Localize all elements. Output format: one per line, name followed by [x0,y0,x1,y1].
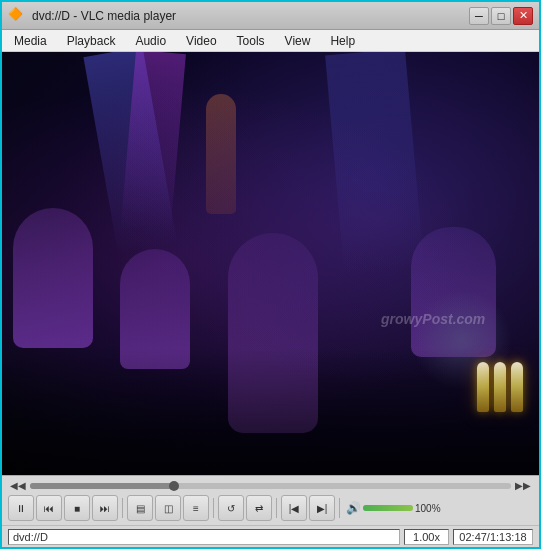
separator-3 [276,498,277,518]
stop-button[interactable]: ■ [64,495,90,521]
volume-area: 🔊 100% [346,501,441,515]
loop-icon: ↺ [227,503,235,514]
menu-audio[interactable]: Audio [127,32,174,50]
random-button[interactable]: ⇄ [246,495,272,521]
next-media-icon: ▶| [317,503,328,514]
close-button[interactable]: ✕ [513,7,533,25]
volume-icon: 🔊 [346,501,361,515]
status-speed: 1.00x [404,529,449,545]
floor-overlay [2,348,539,475]
seek-bar-fill [30,483,174,489]
menu-tools[interactable]: Tools [229,32,273,50]
title-bar-left: 🔶 dvd://D - VLC media player [8,7,176,25]
menu-bar: Media Playback Audio Video Tools View He… [2,30,539,52]
volume-bar[interactable] [363,505,413,511]
seek-bar-handle[interactable] [169,481,179,491]
title-bar: 🔶 dvd://D - VLC media player ─ □ ✕ [2,2,539,30]
volume-fill [363,505,413,511]
status-bar: dvd://D 1.00x 02:47/1:13:18 [2,525,539,547]
random-icon: ⇄ [255,503,263,514]
stop-icon: ■ [74,503,80,514]
menu-video[interactable]: Video [178,32,224,50]
settings-icon: ◫ [164,503,173,514]
vlc-window: 🔶 dvd://D - VLC media player ─ □ ✕ Media… [0,0,541,549]
seek-bar-row: ◀◀ ▶▶ [2,476,539,493]
play-pause-button[interactable]: ⏸ [8,495,34,521]
menu-media[interactable]: Media [6,32,55,50]
status-time: 02:47/1:13:18 [453,529,533,545]
separator-1 [122,498,123,518]
separator-2 [213,498,214,518]
extended-settings-button[interactable]: ◫ [155,495,181,521]
next-chapter-button[interactable]: ⏭ [92,495,118,521]
video-scene: growyPost.com [2,52,539,475]
equalizer-button[interactable]: ≡ [183,495,209,521]
menu-view[interactable]: View [277,32,319,50]
status-location: dvd://D [8,529,400,545]
seek-fwd-button[interactable]: ▶▶ [515,480,531,491]
equalizer-icon: ≡ [193,503,199,514]
vlc-icon: 🔶 [8,7,26,25]
prev-media-icon: |◀ [289,503,300,514]
toggle-playlist-button[interactable]: ▤ [127,495,153,521]
seek-back-button[interactable]: ◀◀ [10,480,26,491]
video-area[interactable]: growyPost.com [2,52,539,475]
controls-area: ◀◀ ▶▶ ⏸ ⏮ ■ ⏭ ▤ [2,475,539,525]
title-controls: ─ □ ✕ [469,7,533,25]
prev-chapter-icon: ⏮ [44,503,54,514]
playlist-icon: ▤ [136,503,145,514]
menu-help[interactable]: Help [322,32,363,50]
separator-4 [339,498,340,518]
loop-button[interactable]: ↺ [218,495,244,521]
next-media-button[interactable]: ▶| [309,495,335,521]
volume-label: 100% [415,503,441,514]
seek-bar[interactable] [30,483,511,489]
transport-row: ⏸ ⏮ ■ ⏭ ▤ ◫ ≡ ↺ [2,493,539,525]
maximize-button[interactable]: □ [491,7,511,25]
play-pause-icon: ⏸ [16,503,26,514]
prev-chapter-button[interactable]: ⏮ [36,495,62,521]
menu-playback[interactable]: Playback [59,32,124,50]
minimize-button[interactable]: ─ [469,7,489,25]
next-chapter-icon: ⏭ [100,503,110,514]
prev-media-button[interactable]: |◀ [281,495,307,521]
window-title: dvd://D - VLC media player [32,9,176,23]
